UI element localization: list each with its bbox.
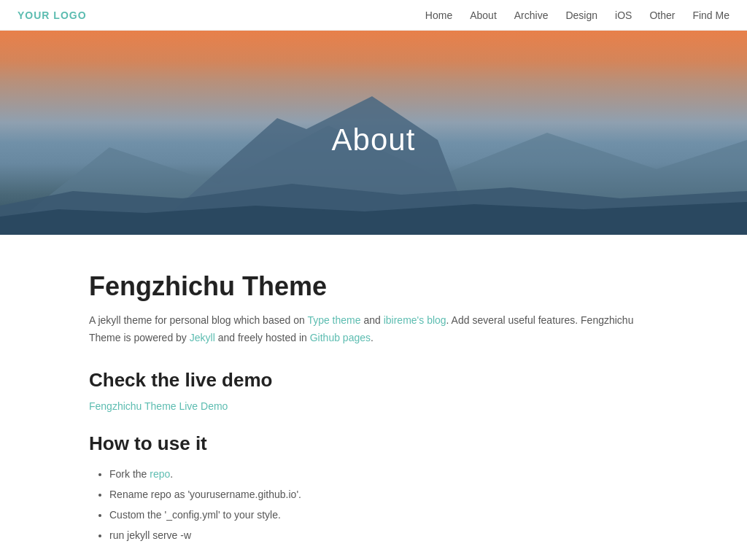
hero-section: About [0,31,747,235]
nav-link-about[interactable]: About [470,9,497,21]
how-to-use-heading: How to use it [89,432,658,455]
nav-link-other[interactable]: Other [649,9,675,21]
list-item: run jekyll serve -w [109,525,658,545]
intro-text-1: A jekyll theme for personal blog which b… [89,314,307,326]
nav-link-archive[interactable]: Archive [514,9,549,21]
list-item: Custom the '_config.yml' to your style. [109,505,658,525]
nav-link-find-me[interactable]: Find Me [692,9,729,21]
github-pages-link[interactable]: Github pages [310,332,371,343]
hero-title: About [332,122,416,158]
nav-links: HomeAboutArchiveDesigniOSOtherFind Me [425,9,729,22]
use-list: Fork the repo. Rename repo as 'yourusern… [89,464,658,545]
ibireme-link[interactable]: ibireme's blog [384,314,446,326]
nav-link-ios[interactable]: iOS [615,9,632,21]
main-heading: Fengzhichu Theme [89,271,658,302]
check-demo-heading: Check the live demo [89,369,658,392]
main-content: Fengzhichu Theme A jekyll theme for pers… [45,235,702,560]
type-theme-link[interactable]: Type theme [307,314,360,326]
intro-text-4: and freely hosted in [215,332,310,343]
nav-link-design[interactable]: Design [565,9,597,21]
list-item: Fork the repo. [109,464,658,484]
demo-link[interactable]: Fengzhichu Theme Live Demo [89,400,658,412]
jekyll-link[interactable]: Jekyll [190,332,215,343]
list-item: Rename repo as 'yourusername.github.io'. [109,484,658,505]
site-logo[interactable]: YOUR LOGO [18,9,87,21]
navbar: YOUR LOGO HomeAboutArchiveDesigniOSOther… [0,0,747,31]
intro-paragraph: A jekyll theme for personal blog which b… [89,312,658,347]
repo-link[interactable]: repo [150,468,170,480]
intro-text-2: and [361,314,384,326]
intro-text-5: . [371,332,374,343]
mountain-silhouette [0,89,747,235]
nav-link-home[interactable]: Home [425,9,452,21]
